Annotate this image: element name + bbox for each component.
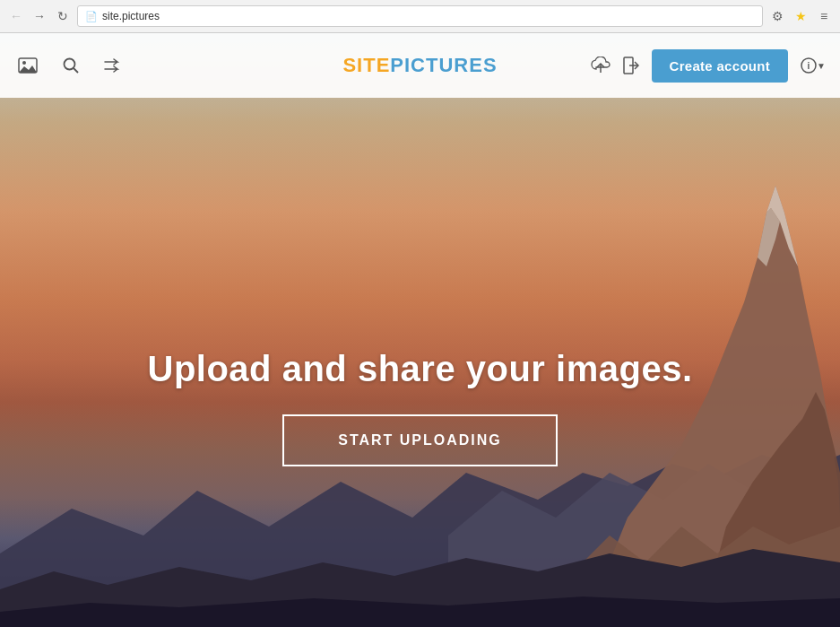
menu-button[interactable]: ≡ — [815, 7, 833, 25]
hero-headline: Upload and share your images. — [148, 349, 693, 389]
bookmark-button[interactable]: ★ — [792, 7, 810, 25]
svg-point-12 — [65, 59, 75, 70]
hero-content: Upload and share your images. START UPLO… — [0, 349, 840, 466]
navbar: SITEPICTURES Create account — [0, 33, 840, 98]
svg-point-10 — [22, 61, 26, 65]
logo-pictures-text: PICTURES — [390, 54, 497, 76]
app-wrapper: SITEPICTURES Create account — [0, 33, 840, 627]
shuffle-icon — [104, 58, 124, 73]
create-account-button[interactable]: Create account — [652, 49, 789, 83]
svg-line-13 — [74, 68, 78, 73]
signin-icon — [623, 57, 639, 74]
navbar-left — [14, 54, 127, 77]
site-logo: SITEPICTURES — [342, 54, 497, 77]
svg-marker-11 — [19, 65, 37, 73]
svg-text:i: i — [808, 61, 810, 71]
info-icon: i — [801, 57, 817, 74]
mountain-illustration — [0, 33, 840, 627]
shuffle-button[interactable] — [100, 55, 127, 76]
search-icon — [63, 57, 79, 74]
reload-button[interactable]: ↻ — [54, 7, 72, 25]
signin-button[interactable] — [623, 57, 639, 74]
images-browse-button[interactable] — [14, 54, 41, 77]
search-button[interactable] — [59, 54, 82, 77]
page-icon: 📄 — [85, 11, 98, 22]
logo-site-text: SITE — [342, 54, 390, 76]
back-button[interactable]: ← — [7, 7, 25, 25]
browser-actions: ⚙ ★ ≡ — [768, 7, 833, 25]
extensions-button[interactable]: ⚙ — [768, 7, 786, 25]
upload-cloud-icon — [591, 57, 611, 74]
start-uploading-button[interactable]: START UPLOADING — [282, 414, 558, 466]
browser-chrome: ← → ↻ 📄 site.pictures ⚙ ★ ≡ — [0, 0, 840, 33]
navbar-right: Create account i ▼ — [591, 49, 826, 83]
address-bar[interactable]: 📄 site.pictures — [77, 5, 763, 27]
browser-toolbar: ← → ↻ 📄 site.pictures ⚙ ★ ≡ — [0, 0, 840, 32]
forward-button[interactable]: → — [30, 7, 48, 25]
image-icon — [18, 57, 38, 74]
upload-button[interactable] — [591, 57, 611, 74]
url-text: site.pictures — [102, 10, 160, 22]
info-chevron: ▼ — [817, 61, 826, 71]
info-button[interactable]: i ▼ — [801, 57, 826, 74]
